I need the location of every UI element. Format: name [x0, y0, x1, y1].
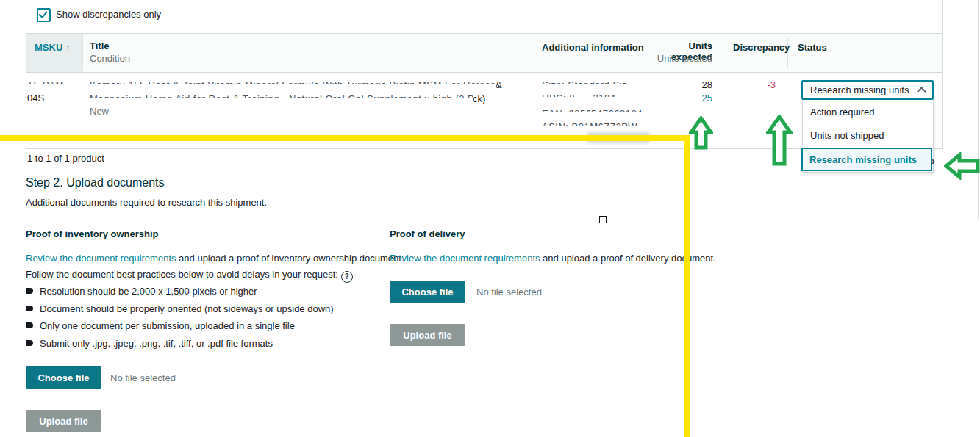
status-select[interactable]: Research missing units [801, 80, 934, 100]
show-discrepancies-label: Show discrepancies only [56, 9, 161, 20]
row-additional-info-line: Size: Standard Siz [542, 79, 627, 90]
panel-left-border [26, 0, 26, 149]
ownership-heading: Proof of inventory ownership [26, 228, 159, 239]
pagination-summary: 1 to 1 of 1 product [27, 153, 104, 164]
bullet-icon [26, 340, 33, 346]
row-title-line2: Magnesium Horse Aid for Rest & Training … [90, 93, 531, 104]
table-header-row [26, 34, 942, 72]
column-header-status: Status [798, 42, 827, 53]
status-option-research-missing-units[interactable]: Research missing units [801, 148, 932, 171]
table-header-bottom-border [26, 72, 943, 73]
ownership-upload-file-button[interactable]: Upload file [26, 410, 101, 432]
delivery-choose-file-button[interactable]: Choose file [390, 281, 465, 303]
bullet-icon [26, 306, 33, 311]
delivery-upload-file-button[interactable]: Upload file [390, 324, 465, 346]
column-header-additional-info: Additional information [542, 42, 644, 53]
best-practice-item: Document should be properly oriented (no… [26, 303, 334, 314]
green-arrow-up-icon [689, 116, 713, 150]
delivery-requirements-line: Review the document requirements and upl… [390, 253, 716, 264]
bullet-text: Resolution should be 2,000 x 1,500 pixel… [40, 286, 257, 297]
help-icon[interactable]: ? [341, 271, 353, 283]
ownership-requirements-text: and upload a proof of inventory ownershi… [176, 253, 404, 264]
ownership-choose-file-button[interactable]: Choose file [26, 366, 101, 389]
panel-right-border [942, 0, 943, 149]
checkmark-icon [38, 9, 47, 18]
sorted-column-highlight [26, 34, 83, 72]
title-visible-fragment: ck) [473, 93, 485, 104]
col-divider [723, 38, 723, 68]
yellow-annotation-line-vertical [684, 135, 690, 437]
row-title-line1: Kamaru 15L Hoof & Joint Vitamin Mineral … [90, 79, 531, 90]
bullet-text: Only one document per submission, upload… [40, 320, 295, 331]
best-practice-item: Submit only .jpg, .jpeg, .png, .tif, .ti… [26, 338, 273, 349]
green-arrow-up-icon [766, 115, 793, 166]
row-additional-info-line: ASIN: B01M6Z72PW [542, 121, 637, 132]
yellow-annotation-line-horizontal [0, 135, 690, 141]
bullet-icon [26, 322, 33, 328]
column-header-condition: Condition [90, 53, 130, 64]
title-visible-fragment: & [496, 79, 502, 90]
bullet-text: Submit only .jpg, .jpeg, .png, .tif, .ti… [40, 338, 273, 349]
ownership-no-file-text: No file selected [110, 372, 176, 383]
show-discrepancies-checkbox[interactable] [37, 8, 51, 22]
row-units-located-link[interactable]: 25 [645, 93, 712, 104]
ownership-requirements-link[interactable]: Review the document requirements [26, 253, 176, 264]
ownership-practices-text: Follow the document best practices below… [26, 269, 338, 280]
status-option-action-required[interactable]: Action required [810, 106, 874, 118]
chevron-up-icon [917, 87, 926, 96]
delivery-no-file-text: No file selected [476, 286, 542, 297]
best-practice-item: Only one document per submission, upload… [26, 320, 295, 331]
cursor-artifact-square [599, 216, 607, 223]
row-discrepancy-value: -3 [723, 79, 776, 90]
row-condition: New [90, 106, 109, 117]
column-header-units-located: Units located [645, 53, 712, 64]
status-option-selected-label: Research missing units [809, 154, 917, 165]
status-option-units-not-shipped[interactable]: Units not shipped [810, 130, 884, 141]
row-msku: 04S [27, 93, 44, 104]
ownership-requirements-line: Review the document requirements and upl… [26, 253, 404, 264]
delivery-heading: Proof of delivery [390, 228, 465, 239]
col-divider [532, 38, 532, 68]
column-header-title: Title [90, 40, 110, 51]
redacted-title-text: Kamaru 15L Hoof & Joint Vitamin Mineral … [90, 79, 496, 84]
msku-header-label: MSKU [35, 42, 62, 53]
bullet-text: Document should be properly oriented (no… [40, 303, 334, 314]
bullet-icon [26, 288, 33, 294]
green-arrow-left-icon [944, 152, 980, 180]
row-additional-info-line: EAN: 0856547662184 [542, 108, 643, 119]
best-practice-item: Resolution should be 2,000 x 1,500 pixel… [26, 286, 257, 297]
redacted-title-text: Magnesium Horse Aid for Rest & Training … [90, 93, 473, 98]
ownership-practices-line: Follow the document best practices below… [26, 269, 353, 283]
page-right-border [978, 0, 979, 220]
row-msku-redacted: TL-PAM- [27, 79, 68, 90]
sort-ascending-icon: ↑ [65, 42, 71, 53]
column-header-msku[interactable]: MSKU ↑ [35, 42, 70, 53]
dropdown-pointer-chevron: › [931, 155, 935, 167]
row-units-expected: 28 [645, 79, 712, 90]
step2-heading: Step 2. Upload documents [26, 176, 165, 189]
col-divider [82, 38, 83, 68]
status-select-value: Research missing units [810, 84, 909, 95]
column-header-discrepancy: Discrepancy [733, 42, 790, 53]
step2-subheading: Additional documents required to researc… [26, 197, 267, 208]
row-additional-info-line: UPC: 8 2184 [542, 93, 616, 104]
delivery-requirements-link[interactable]: Review the document requirements [390, 253, 540, 264]
reconcile-shipment-page: Show discrepancies only MSKU ↑ Title Con… [0, 0, 980, 437]
